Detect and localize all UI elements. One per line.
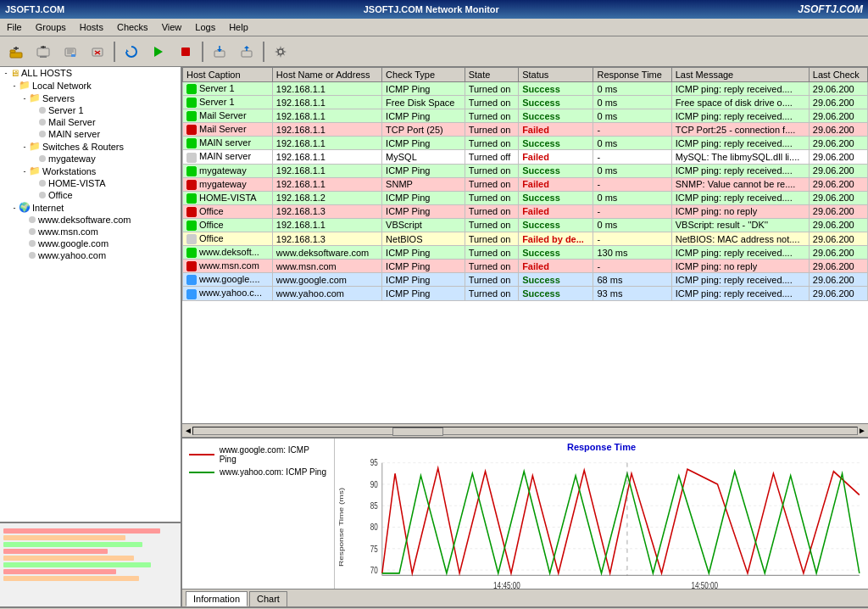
- tree-label: Local Network: [32, 81, 92, 91]
- table-body: Server 1192.168.1.1ICMP PingTurned onSuc…: [183, 82, 868, 301]
- host-table-container[interactable]: Host Caption Host Name or Address Check …: [182, 67, 868, 423]
- cell-check: TCP Port (25): [382, 123, 465, 137]
- table-row[interactable]: Mail Server192.168.1.1TCP Port (25)Turne…: [183, 123, 868, 137]
- folder-icon: 📁: [19, 80, 31, 91]
- tree-node-mygateway[interactable]: mygateway: [0, 153, 181, 165]
- table-row[interactable]: MAIN server192.168.1.1ICMP PingTurned on…: [183, 137, 868, 150]
- menu-help[interactable]: Help: [222, 20, 255, 34]
- table-row[interactable]: www.google....www.google.comICMP PingTur…: [183, 273, 868, 287]
- svg-rect-1: [10, 50, 15, 53]
- tree-node-office[interactable]: Office: [0, 189, 181, 201]
- tree-node-mail-server[interactable]: Mail Server: [0, 116, 181, 128]
- legend-item-google: www.google.com: ICMP Ping: [189, 445, 327, 464]
- table-row[interactable]: www.deksoft...www.deksoftware.comICMP Pi…: [183, 246, 868, 260]
- table-row[interactable]: mygateway192.168.1.1SNMPTurned onFailed-…: [183, 177, 868, 191]
- tree-node-msn[interactable]: www.msn.com: [0, 226, 181, 237]
- table-row[interactable]: www.msn.comwww.msn.comICMP PingTurned on…: [183, 260, 868, 273]
- table-row[interactable]: Server 1192.168.1.1ICMP PingTurned onSuc…: [183, 82, 868, 96]
- cell-message: ICMP ping: no reply: [671, 204, 809, 218]
- tree-node-local-network[interactable]: - 📁 Local Network: [0, 79, 181, 92]
- menu-groups[interactable]: Groups: [29, 20, 73, 34]
- tree-area[interactable]: - 🖥 ALL HOSTS - 📁 Local Network - 📁 Serv…: [0, 67, 181, 522]
- expand-icon[interactable]: -: [20, 94, 29, 103]
- cell-caption: www.msn.com: [183, 260, 273, 273]
- cell-status: Failed: [519, 150, 593, 164]
- toolbar-settings[interactable]: [268, 40, 293, 64]
- cell-address: 192.168.1.1: [272, 123, 381, 137]
- table-row[interactable]: Office192.168.1.3ICMP PingTurned onFaile…: [183, 204, 868, 218]
- table-row[interactable]: Mail Server192.168.1.1ICMP PingTurned on…: [183, 109, 868, 123]
- tree-node-google[interactable]: www.google.com: [0, 237, 181, 249]
- menu-checks[interactable]: Checks: [110, 20, 155, 34]
- cell-check: ICMP Ping: [382, 287, 465, 300]
- table-row[interactable]: mygateway192.168.1.1ICMP PingTurned onSu…: [183, 164, 868, 177]
- expand-icon[interactable]: -: [10, 81, 19, 90]
- cell-message: ICMP ping: reply received....: [671, 164, 809, 177]
- toolbar-add-host[interactable]: [31, 40, 56, 64]
- tree-node-all-hosts[interactable]: - 🖥 ALL HOSTS: [0, 67, 181, 79]
- legend-label-google: www.google.com: ICMP Ping: [220, 445, 327, 464]
- cell-response: 0 ms: [593, 137, 671, 150]
- tree-node-server1[interactable]: Server 1: [0, 104, 181, 116]
- toolbar-add-group[interactable]: [3, 40, 29, 64]
- expand-icon[interactable]: -: [20, 167, 29, 176]
- table-row[interactable]: MAIN server192.168.1.1MySQLTurned offFai…: [183, 150, 868, 164]
- menu-hosts[interactable]: Hosts: [73, 20, 110, 34]
- tree-node-internet[interactable]: - 🌍 Internet: [0, 201, 181, 214]
- menu-file[interactable]: File: [0, 20, 29, 34]
- cell-message: MySQL: The libmySQL.dll li....: [671, 150, 809, 164]
- h-scrollbar[interactable]: ◄ ►: [182, 423, 868, 437]
- cell-address: www.yahoo.com: [272, 287, 381, 300]
- tree-node-home-vista[interactable]: HOME-VISTA: [0, 177, 181, 189]
- cell-address: 192.168.1.3: [272, 204, 381, 218]
- tab-chart[interactable]: Chart: [249, 591, 287, 606]
- cell-address: 192.168.1.1: [272, 109, 381, 123]
- tree-node-deksoftware[interactable]: www.deksoftware.com: [0, 214, 181, 226]
- scroll-thumb[interactable]: [392, 427, 443, 436]
- table-row[interactable]: Office192.168.1.3NetBIOSTurned onFailed …: [183, 232, 868, 246]
- cell-check: ICMP Ping: [382, 109, 465, 123]
- mini-bar-8: [3, 576, 139, 581]
- tree-node-switches-routers[interactable]: - 📁 Switches & Routers: [0, 140, 181, 153]
- col-state: State: [465, 68, 518, 82]
- toolbar-delete[interactable]: [85, 40, 110, 64]
- internet-icon: 🌍: [19, 202, 31, 213]
- col-response: Response Time: [593, 68, 671, 82]
- expand-icon[interactable]: -: [20, 142, 29, 151]
- table-row[interactable]: Office192.168.1.1VBScriptTurned onSucces…: [183, 218, 868, 232]
- svg-marker-24: [244, 46, 249, 48]
- table-row[interactable]: HOME-VISTA192.168.1.2ICMP PingTurned onS…: [183, 191, 868, 204]
- cell-last_check: 29.06.200: [809, 109, 867, 123]
- cell-check: Free Disk Space: [382, 96, 465, 109]
- svg-text:90: 90: [370, 480, 378, 489]
- tree-node-servers[interactable]: - 📁 Servers: [0, 92, 181, 104]
- cell-caption: Office: [183, 204, 273, 218]
- cell-last_check: 29.06.200: [809, 137, 867, 150]
- cell-state: Turned on: [465, 232, 518, 246]
- toolbar-edit[interactable]: [58, 40, 83, 64]
- table-row[interactable]: Server 1192.168.1.1Free Disk SpaceTurned…: [183, 96, 868, 109]
- toolbar-export[interactable]: [207, 40, 232, 64]
- menu-view[interactable]: View: [155, 20, 189, 34]
- cell-message: ICMP ping: reply received....: [671, 137, 809, 150]
- scroll-left[interactable]: ◄: [184, 426, 192, 435]
- tree-node-main-server[interactable]: MAIN server: [0, 128, 181, 140]
- expand-icon[interactable]: -: [2, 69, 10, 77]
- tree-node-yahoo[interactable]: www.yahoo.com: [0, 249, 181, 261]
- toolbar-refresh[interactable]: [119, 40, 144, 64]
- expand-icon[interactable]: -: [10, 204, 19, 212]
- scroll-right[interactable]: ►: [858, 426, 866, 435]
- tree-node-workstations[interactable]: - 📁 Workstations: [0, 165, 181, 177]
- tree-label: www.deksoftware.com: [38, 215, 131, 225]
- cell-caption: Office: [183, 218, 273, 232]
- cell-status: Success: [519, 273, 593, 287]
- cell-last_check: 29.06.200: [809, 232, 867, 246]
- cell-last_check: 29.06.200: [809, 204, 867, 218]
- scroll-track[interactable]: [192, 427, 858, 435]
- toolbar-start[interactable]: [146, 40, 171, 64]
- toolbar-stop[interactable]: [173, 40, 198, 64]
- toolbar-import[interactable]: [234, 40, 259, 64]
- menu-logs[interactable]: Logs: [188, 20, 222, 34]
- table-row[interactable]: www.yahoo.c...www.yahoo.comICMP PingTurn…: [183, 287, 868, 300]
- tab-information[interactable]: Information: [186, 591, 248, 606]
